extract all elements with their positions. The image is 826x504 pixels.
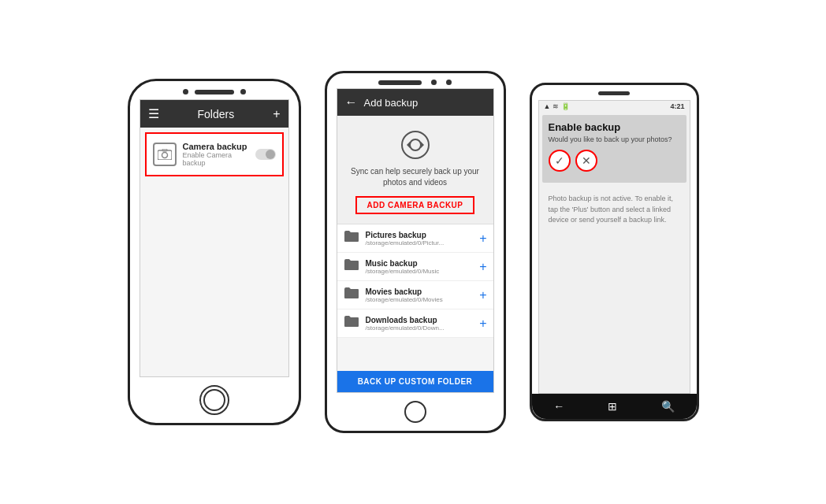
sensor-dot: [240, 89, 246, 94]
windows-home-button[interactable]: ⊞: [608, 400, 617, 413]
folder-item-music[interactable]: Music backup /storage/emulated/0/Music +: [337, 253, 493, 281]
backup-description: Photo backup is not active. To enable it…: [542, 189, 686, 231]
add-movies-icon[interactable]: +: [479, 288, 486, 302]
add-music-icon[interactable]: +: [479, 260, 486, 274]
svg-point-1: [162, 153, 167, 158]
cancel-button[interactable]: ✕: [575, 150, 597, 172]
folder-icon-music: [344, 258, 359, 275]
windows-back-button[interactable]: ←: [553, 400, 564, 413]
status-bar: ▲ ≋ 🔋 4:21: [539, 101, 690, 112]
android-home-button[interactable]: [404, 401, 426, 423]
back-up-custom-button[interactable]: BACK UP CUSTOM FOLDER: [337, 371, 493, 392]
folder-icon-pictures: [344, 230, 359, 246]
iphone-screen: ☰ Folders + Camera backup Enable Camera …: [140, 99, 289, 377]
add-downloads-icon[interactable]: +: [479, 317, 486, 331]
folder-name-music: Music backup: [366, 259, 474, 268]
windows-search-button[interactable]: 🔍: [661, 400, 675, 413]
toggle-knob: [266, 150, 275, 159]
phones-container: ☰ Folders + Camera backup Enable Camera …: [112, 55, 715, 449]
folder-text-downloads: Downloads backup /storage/emulated/0/Dow…: [366, 316, 474, 332]
folder-text-pictures: Pictures backup /storage/emulated/0/Pict…: [366, 231, 474, 246]
windows-screen: ▲ ≋ 🔋 4:21 Enable backup Would you like …: [538, 100, 690, 394]
camera-backup-row[interactable]: Camera backup Enable Camera backup: [145, 132, 284, 176]
sync-icon: [399, 128, 432, 161]
speaker-grill: [195, 90, 234, 94]
add-backup-header: ← Add backup: [337, 89, 493, 116]
add-backup-hero: Sync can help securely back up your phot…: [337, 116, 493, 224]
menu-icon[interactable]: ☰: [148, 106, 159, 121]
camera-backup-text: Camera backup Enable Camera backup: [183, 142, 255, 167]
phone-android: ← Add backup Sync can help securely back…: [325, 71, 506, 433]
folder-item-downloads[interactable]: Downloads backup /storage/emulated/0/Dow…: [337, 309, 493, 338]
signal-icon: ▲: [544, 102, 551, 110]
android-screen: ← Add backup Sync can help securely back…: [337, 88, 494, 393]
back-arrow-icon[interactable]: ←: [345, 95, 358, 109]
add-backup-title: Add backup: [364, 97, 419, 109]
check-icon: ✓: [555, 154, 564, 167]
folder-path-music: /storage/emulated/0/Music: [366, 268, 474, 275]
camera-icon: [158, 149, 172, 160]
folder-icon-movies: [344, 287, 359, 303]
folder-path-pictures: /storage/emulated/0/Pictur...: [366, 239, 474, 246]
folder-name-movies: Movies backup: [366, 287, 474, 296]
folders-title: Folders: [197, 108, 234, 120]
folder-icon-downloads: [344, 315, 359, 332]
add-camera-backup-button[interactable]: ADD CAMERA BACKUP: [355, 196, 474, 214]
camera-backup-subtitle: Enable Camera backup: [183, 151, 255, 167]
windows-bottom-bar: ← ⊞ 🔍: [532, 394, 697, 419]
folder-text-music: Music backup /storage/emulated/0/Music: [366, 259, 474, 275]
front-camera-dot: [183, 89, 188, 94]
folder-item-movies[interactable]: Movies backup /storage/emulated/0/Movies…: [337, 281, 493, 309]
android-camera: [431, 80, 437, 85]
svg-point-3: [402, 132, 429, 158]
dialog-buttons: ✓ ✕: [549, 150, 680, 172]
folder-list: Pictures backup /storage/emulated/0/Pict…: [337, 224, 493, 338]
folders-header: ☰ Folders +: [140, 100, 288, 128]
home-button-inner: [203, 389, 225, 411]
android-sensor: [446, 80, 452, 85]
wifi-icon: ≋: [553, 102, 559, 110]
add-pictures-icon[interactable]: +: [479, 232, 486, 246]
windows-top-notch: [532, 85, 697, 100]
android-top-bar: [327, 73, 504, 88]
battery-icon: 🔋: [561, 102, 570, 110]
add-folder-icon[interactable]: +: [273, 107, 280, 121]
windows-notch: [598, 91, 630, 95]
folder-name-pictures: Pictures backup: [366, 231, 474, 239]
dialog-title: Enable backup: [549, 121, 680, 133]
folder-path-movies: /storage/emulated/0/Movies: [366, 296, 474, 303]
camera-backup-toggle[interactable]: [255, 149, 276, 160]
camera-icon-box: [153, 143, 177, 166]
phone-windows: ▲ ≋ 🔋 4:21 Enable backup Would you like …: [530, 83, 699, 421]
folder-name-downloads: Downloads backup: [366, 316, 474, 324]
svg-marker-5: [407, 142, 410, 148]
folder-item-pictures[interactable]: Pictures backup /storage/emulated/0/Pict…: [337, 224, 493, 253]
android-bottom-bar: [327, 393, 504, 431]
folder-path-downloads: /storage/emulated/0/Down...: [366, 324, 474, 332]
x-icon: ✕: [582, 154, 591, 167]
svg-marker-4: [421, 142, 424, 148]
confirm-button[interactable]: ✓: [549, 150, 571, 172]
enable-backup-dialog: Enable backup Would you like to back up …: [542, 115, 686, 183]
hero-description: Sync can help securely back up your phot…: [345, 166, 486, 188]
iphone-bottom-bar: [130, 377, 299, 423]
dialog-subtitle: Would you like to back up your photos?: [549, 135, 680, 143]
iphone-top-bar: [130, 81, 299, 99]
home-button[interactable]: [199, 385, 229, 415]
camera-backup-title: Camera backup: [183, 142, 255, 151]
android-speaker: [378, 80, 422, 85]
status-icons: ▲ ≋ 🔋: [544, 102, 571, 110]
phone-iphone: ☰ Folders + Camera backup Enable Camera …: [128, 79, 301, 425]
folder-text-movies: Movies backup /storage/emulated/0/Movies: [366, 287, 474, 303]
status-time: 4:21: [670, 102, 684, 110]
